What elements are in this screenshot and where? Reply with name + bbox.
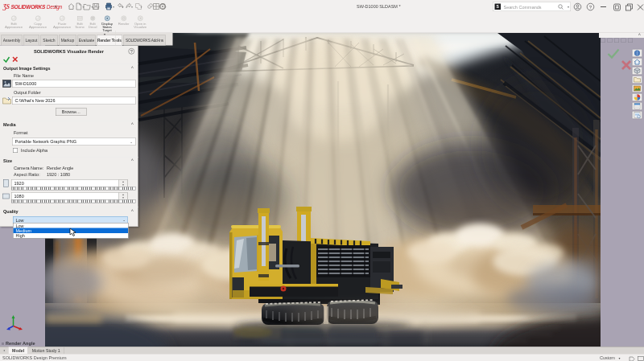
- svg-text:?: ?: [589, 5, 592, 10]
